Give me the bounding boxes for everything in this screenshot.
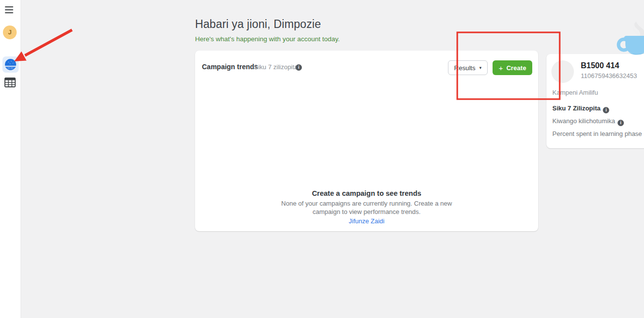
chevron-down-icon: ▾ [479,65,482,70]
date-range-label: Siku 7 zilizopita [254,63,298,71]
results-dropdown[interactable]: Results ▾ [448,60,488,75]
avatar[interactable]: J [3,26,17,39]
account-name: B1500 414 [581,61,619,70]
sidebar-item-ads-manager[interactable] [2,56,19,73]
empty-state-title: Create a campaign to see trends [195,189,538,197]
metric-label: Siku 7 Zilizopita [552,105,600,112]
metric-row: Siku 7 Zilizopitai [552,105,609,113]
empty-state: Create a campaign to see trends None of … [195,189,538,225]
table-icon [4,78,16,87]
metric-row: Kiwango kilichotumikai [552,117,624,126]
menu-bar [5,12,13,13]
empty-state-description: None of your campaigns are currently run… [195,199,538,208]
empty-state-description: campaign to view performance trends. [195,208,538,216]
metric-row: Percent spent in learning phasei [552,130,644,139]
page-subtitle: Here's what's happening with your accoun… [195,35,340,43]
info-icon[interactable]: i [603,107,609,113]
menu-icon[interactable] [5,6,14,14]
create-button[interactable]: + Create [493,60,532,75]
account-id: 1106759436632453 [581,72,637,80]
sidebar-item-reports[interactable] [4,77,16,88]
info-icon[interactable]: i [618,120,624,126]
page-title: Habari ya jioni, Dimpozie [195,18,321,31]
menu-bar [5,6,13,7]
create-button-label: Create [506,64,526,72]
results-dropdown-label: Results [454,64,475,72]
sidebar: J [0,0,21,318]
info-icon[interactable]: i [296,64,302,71]
campaign-trends-card: Campaign trends Siku 7 zilizopita i Resu… [195,51,538,231]
menu-bar [5,9,13,10]
metric-label: Percent spent in learning phase [552,130,642,137]
ads-manager-icon [4,58,17,71]
active-campaigns-label[interactable]: Kampeni Amilifu [552,89,598,96]
metric-label: Kiwango kilichotumika [552,117,615,125]
ads-manager-screen: J Habari [0,0,644,318]
account-avatar[interactable] [551,60,574,83]
learn-more-link[interactable]: Jifunze Zaidi [349,217,385,225]
account-summary-card: B1500 414 1106759436632453 Kampeni Amili… [546,54,644,148]
coffee-cup-illustration [614,14,644,56]
plus-icon: + [498,64,503,72]
card-title: Campaign trends [202,63,258,71]
